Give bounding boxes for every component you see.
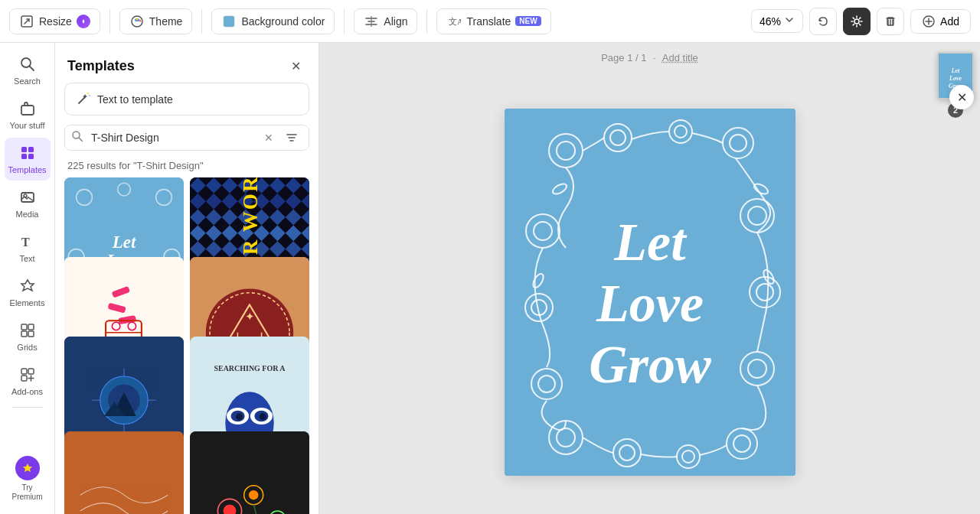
svg-marker-26 [21,280,34,291]
svg-text:T: T [21,236,30,249]
theme-icon [129,14,145,29]
svg-rect-33 [21,376,27,381]
grids-label: Grids [17,343,37,352]
svg-rect-28 [28,324,34,330]
try-premium-button[interactable]: Try Premium [5,450,51,508]
svg-point-38 [87,93,89,94]
svg-rect-27 [21,324,27,330]
resize-label: Resize [39,15,72,28]
svg-rect-30 [28,331,34,337]
svg-line-17 [29,67,34,71]
svg-rect-22 [28,154,34,159]
sidebar-item-grids[interactable]: Grids [5,315,51,358]
text-to-template-label: Text to template [97,93,173,106]
align-label: Align [384,15,407,28]
bg-color-label: Background color [241,15,325,28]
svg-text:SEARCHING FOR A: SEARCHING FOR A [214,364,286,372]
svg-point-4 [139,19,141,21]
templates-icon [18,144,37,162]
templates-panel: Templates ✕ Text to template ✕ 225 resul… [55,43,319,514]
canvas-area: Page 1 / 1 - Add title [319,43,980,514]
svg-point-2 [132,19,135,21]
search-icon [18,55,37,73]
translate-icon: 文A [446,14,462,29]
svg-text:Let: Let [613,213,688,272]
svg-text:Grow: Grow [589,335,711,394]
sidebar-divider [12,407,43,408]
theme-button[interactable]: Theme [119,8,193,34]
search-bar: ✕ [64,125,309,151]
search-label: Search [14,76,41,86]
svg-marker-36 [23,464,32,472]
settings-button[interactable] [843,8,871,35]
sidebar: Search Your stuff Templates Media T Text [0,43,55,514]
divider-4 [426,9,427,34]
svg-line-42 [79,138,83,142]
page-number: Page 1 / 1 [601,52,646,63]
chevron-down-icon [784,15,795,28]
zoom-control[interactable]: 46% [751,9,803,33]
delete-button[interactable] [877,8,904,35]
canvas-page[interactable]: Let Love Grow [505,109,795,476]
elements-label: Elements [10,298,45,307]
addons-icon [18,366,37,384]
sidebar-item-search[interactable]: Search [5,49,51,92]
add-label: Add [940,15,959,28]
elements-icon [18,277,37,295]
svg-point-39 [89,95,90,96]
try-premium-label: Try Premium [8,483,47,502]
svg-rect-5 [224,16,234,27]
sidebar-item-elements[interactable]: Elements [5,271,51,314]
svg-rect-18 [21,106,34,115]
text-to-template-button[interactable]: Text to template [64,83,309,115]
search-input[interactable] [88,125,256,150]
resize-icon [19,14,34,29]
bg-color-icon [221,14,237,29]
template-card-orange[interactable] [64,431,184,514]
grids-icon [18,321,37,340]
resize-button[interactable]: Resize [9,8,100,34]
resize-badge [77,15,90,28]
svg-point-11 [854,19,859,24]
translate-button[interactable]: 文A Translate NEW [436,8,550,34]
filter-button[interactable] [281,127,302,148]
close-overlay-button[interactable]: ✕ [949,85,974,109]
divider-1 [109,9,110,34]
undo-button[interactable] [809,8,837,35]
svg-rect-21 [21,154,27,159]
add-button[interactable]: Add [910,9,971,34]
sidebar-item-templates[interactable]: Templates [5,138,51,181]
align-icon [364,14,379,29]
zoom-value: 46% [760,15,781,28]
template-card-dark-floral[interactable] [190,431,309,514]
divider-3 [344,9,345,34]
svg-text:Let: Let [951,67,960,74]
media-icon [18,188,37,207]
text-icon: T [18,233,37,251]
close-panel-button[interactable]: ✕ [285,55,306,76]
wand-icon [77,91,91,107]
toolbar: Resize Theme Background color [0,0,980,43]
sidebar-item-yourstuff[interactable]: Your stuff [5,93,51,136]
background-color-button[interactable]: Background color [211,8,335,34]
svg-point-109 [249,490,258,499]
yourstuff-label: Your stuff [10,121,45,130]
svg-point-96 [236,413,243,420]
svg-line-37 [79,97,85,103]
canvas-wrapper: Let Love Grow [319,70,980,514]
translate-new-badge: NEW [515,16,541,26]
align-button[interactable]: Align [354,8,417,34]
search-clear-button[interactable]: ✕ [261,130,276,145]
text-label: Text [19,254,34,263]
translate-label: Translate [466,15,511,28]
svg-rect-99 [64,431,184,514]
sidebar-item-text[interactable]: T Text [5,226,51,269]
svg-text:Love: Love [596,274,704,333]
add-title-link[interactable]: Add title [662,52,698,63]
sidebar-item-media[interactable]: Media [5,182,51,225]
templates-label: Templates [8,165,46,174]
results-count: 225 results for "T-Shirt Design" [55,157,318,177]
svg-text:Love: Love [949,75,962,82]
sidebar-item-addons[interactable]: Add-ons [5,359,51,402]
svg-text:文A: 文A [449,17,461,26]
